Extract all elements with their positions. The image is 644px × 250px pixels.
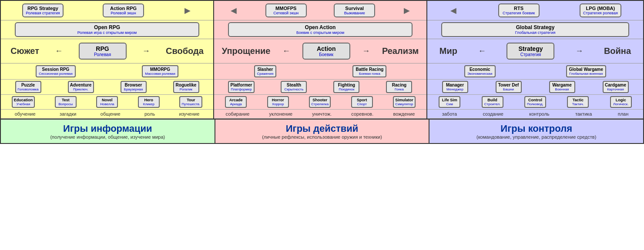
education-en: Education bbox=[14, 98, 33, 102]
mmofps-en: MMOFPS bbox=[269, 6, 303, 11]
wargame-ru: Военная bbox=[551, 87, 573, 91]
lpg-moba-ru: Стратегия ролевая bbox=[583, 11, 618, 15]
stealth-en: Stealth bbox=[283, 83, 305, 87]
rpg-kw-2: общение bbox=[101, 111, 121, 117]
strategy-center-box: Strategy Стратегия bbox=[506, 43, 554, 60]
action-kw-3: соревнов. bbox=[351, 111, 373, 117]
rpg-arrow-right-axis: → bbox=[142, 47, 150, 56]
manager-en: Manager bbox=[444, 83, 466, 87]
action-kw-1: уклонение bbox=[269, 111, 293, 117]
strategy-small-genres: Manager Менеджер Tower Def Башни Wargame… bbox=[427, 80, 643, 95]
action-axis-left: Упрощение bbox=[222, 46, 271, 56]
action-rpg-box: Action RPG Ролевой экшн bbox=[103, 3, 144, 17]
action-top-genres: ◀ MMOFPS Сетевой экшн Survival Выживание… bbox=[214, 1, 426, 20]
control-ru: Полковод. bbox=[527, 102, 544, 106]
global-strategy-ru: Глобальная стратегия bbox=[446, 30, 624, 35]
platformer-box: Platformer Платформер bbox=[228, 81, 254, 93]
open-action-en: Open Action bbox=[233, 24, 408, 30]
columns-row: RPG Strategy Ролевая стратегия Action RP… bbox=[1, 1, 643, 119]
manager-ru: Менеджер bbox=[444, 87, 466, 91]
global-strategy-box: Global Strategy Глобальная стратегия bbox=[441, 22, 629, 37]
fighting-box: Fighting Поединок bbox=[333, 81, 359, 93]
horror-box: Horror Хоррор bbox=[267, 96, 289, 108]
stealth-box: Stealth Скрытность bbox=[281, 81, 307, 93]
test-en: Test bbox=[57, 98, 74, 102]
life-sim-box: Life Sim Сим bbox=[439, 96, 460, 108]
strategy-keywords: забота создание контроль тактика план bbox=[427, 110, 643, 119]
racing-box: Racing Гонка bbox=[386, 81, 412, 93]
session-rpg-ru: Сессионная ролевая bbox=[39, 72, 73, 76]
action-arrow-right[interactable]: ▶ bbox=[402, 6, 411, 15]
strategy-arrow-left[interactable]: ◀ bbox=[449, 6, 458, 15]
rpg-column: RPG Strategy Ролевая стратегия Action RP… bbox=[1, 1, 214, 119]
test-box: Test Вопросы bbox=[55, 96, 77, 108]
tactic-en: Tactic bbox=[569, 98, 587, 102]
rpg-arrow-left-axis: ← bbox=[55, 47, 63, 56]
slasher-box: Slasher Сражения bbox=[254, 65, 277, 77]
fighting-ru: Поединок bbox=[335, 87, 357, 91]
life-sim-en: Life Sim bbox=[441, 98, 458, 102]
browser-en: Browser bbox=[123, 83, 144, 87]
strategy-arrow-left-axis: ← bbox=[478, 47, 486, 56]
adventure-en: Adventure bbox=[70, 83, 92, 87]
action-column: ◀ MMOFPS Сетевой экшн Survival Выживание… bbox=[214, 1, 427, 119]
shooter-en: Shooter bbox=[311, 98, 329, 102]
rpg-small-genres: Puzzle Головоломка Adventure Приключ. Br… bbox=[1, 80, 213, 95]
wargame-box: Wargame Военная bbox=[549, 81, 575, 93]
global-wargame-ru: Глобальная военная bbox=[569, 72, 604, 76]
strategy-axis-left: Мир bbox=[439, 46, 457, 56]
roguelike-ru: Рогалик bbox=[175, 87, 197, 91]
mmorpg-en: MMORPG bbox=[145, 67, 175, 72]
action-center-ru: Боевик bbox=[309, 52, 344, 57]
sport-box: Sport Спорт bbox=[351, 96, 373, 108]
hero-en: Hero bbox=[140, 98, 158, 102]
build-ru: Строител. bbox=[484, 102, 501, 106]
rpg-kw-4: изучение bbox=[179, 111, 200, 117]
novel-ru: Новелла bbox=[98, 102, 116, 106]
arcade-en: Arcade bbox=[227, 98, 245, 102]
rpg-arrow-right[interactable]: ▶ bbox=[183, 6, 192, 15]
tactic-ru: Тактич. bbox=[569, 102, 587, 106]
open-rpg-en: Open RPG bbox=[20, 24, 195, 30]
rts-box: RTS Стратегия боевик bbox=[498, 3, 540, 17]
simulator-box: Simulator Симулятор bbox=[393, 96, 416, 108]
open-action-box: Open Action Боевик с открытым миром bbox=[228, 22, 413, 37]
mmorpg-ru: Массовая ролевая bbox=[145, 72, 175, 76]
tactic-box: Tactic Тактич. bbox=[567, 96, 589, 108]
action-arrow-left[interactable]: ◀ bbox=[229, 6, 238, 15]
rpg-keywords: обучение загадки общение роль изучение bbox=[1, 110, 213, 119]
rpg-kw-1: загадки bbox=[60, 111, 76, 117]
bottom-control-subtitle: (командование, управление, распределение… bbox=[434, 134, 639, 140]
action-axis-right: Реализм bbox=[382, 46, 419, 56]
tour-box: Tour Путешеств. bbox=[179, 96, 202, 108]
slasher-en: Slasher bbox=[257, 67, 274, 72]
action-arrow-right-axis: → bbox=[362, 47, 370, 56]
novel-box: Novel Новелла bbox=[96, 96, 118, 108]
strategy-axis-right: Война bbox=[604, 46, 631, 56]
shooter-ru: Стрелялка bbox=[311, 102, 329, 106]
life-sim-ru: Сим bbox=[441, 102, 458, 106]
session-rpg-en: Session RPG bbox=[39, 67, 73, 72]
action-small-genres: Platformer Платформер Stealth Скрытность… bbox=[214, 80, 426, 95]
rpg-axis: Сюжет ← RPG Ролевая → Свобода bbox=[1, 39, 213, 63]
strategy-center-en: Strategy bbox=[513, 45, 548, 52]
puzzle-en: Puzzle bbox=[17, 83, 39, 87]
stealth-ru: Скрытность bbox=[283, 87, 305, 91]
lpg-moba-en: LPG (MOBA) bbox=[583, 6, 618, 11]
slasher-ru: Сражения bbox=[257, 72, 274, 76]
adventure-box: Adventure Приключ. bbox=[68, 81, 94, 93]
strategy-axis: Мир ← Strategy Стратегия → Война bbox=[427, 39, 643, 63]
hero-ru: Кликер bbox=[140, 102, 158, 106]
rpg-center-ru: Ролевая bbox=[85, 52, 121, 57]
global-strategy-en: Global Strategy bbox=[446, 24, 624, 30]
economic-en: Economic bbox=[467, 67, 493, 72]
bottom-info: Игры информации (получение информации, о… bbox=[1, 120, 215, 143]
education-ru: Учебная bbox=[14, 102, 33, 106]
action-keywords: собирание уклонение уничтож. соревнов. в… bbox=[214, 110, 426, 119]
bottom-section: Игры информации (получение информации, о… bbox=[1, 119, 643, 143]
education-box: Education Учебная bbox=[12, 96, 35, 108]
open-rpg-row: Open RPG Ролевая игра с открытым миром bbox=[1, 20, 213, 39]
strategy-center-ru: Стратегия bbox=[513, 52, 548, 57]
mmofps-ru: Сетевой экшн bbox=[269, 11, 303, 15]
logic-ru: Логическ. bbox=[612, 102, 630, 106]
